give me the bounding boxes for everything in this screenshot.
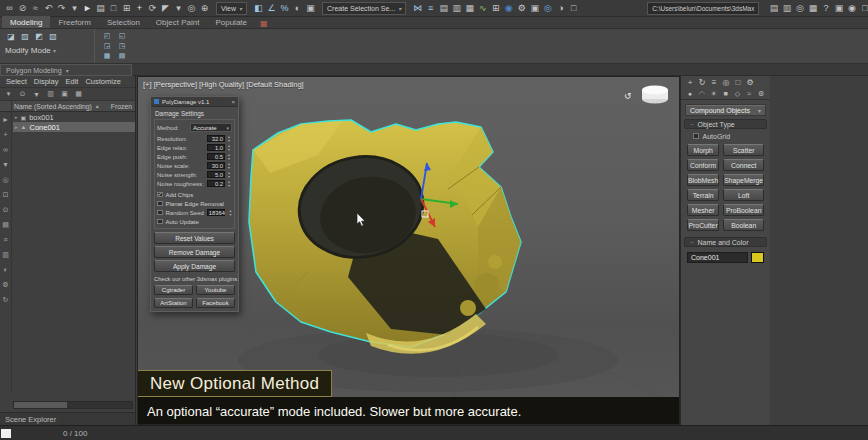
angle-snap-icon[interactable]: ∠: [265, 2, 278, 15]
random-seed-field[interactable]: 18364: [207, 209, 225, 217]
conform-button[interactable]: Conform: [687, 159, 719, 171]
tab-object-paint[interactable]: Object Paint: [148, 16, 208, 28]
spinner-snap-icon[interactable]: ◐: [291, 2, 304, 15]
align-icon[interactable]: ≡: [424, 2, 437, 15]
rectangular-selection-icon[interactable]: □: [107, 2, 120, 15]
damaged-mesh-object[interactable]: [249, 120, 521, 354]
motion-tab-icon[interactable]: ◎: [721, 77, 731, 87]
connect-button[interactable]: Connect: [723, 159, 764, 171]
list-item-cone001[interactable]: ▸ ▲ Cone001: [13, 122, 135, 132]
loft-button[interactable]: Loft: [723, 189, 764, 201]
tab-populate[interactable]: Populate: [207, 16, 255, 28]
shapemerge-button[interactable]: ShapeMerge: [723, 174, 764, 186]
checkbox[interactable]: [157, 219, 163, 225]
paint-deform-icon[interactable]: ▨: [19, 31, 31, 42]
reset-values-button[interactable]: Reset Values: [154, 232, 235, 244]
notification-icon[interactable]: ◉: [845, 2, 858, 15]
horizontal-scrollbar[interactable]: [13, 401, 133, 409]
workspace-icon[interactable]: ▤: [767, 2, 780, 15]
spinner-arrows[interactable]: ▴▾: [226, 153, 232, 160]
list-item-box001[interactable]: ▸ ▣ box001: [13, 112, 135, 122]
spinner-value-field[interactable]: 32.0: [207, 135, 225, 143]
lock-icon[interactable]: ⊡: [1, 190, 11, 199]
modify-tab-icon[interactable]: ↻: [697, 77, 707, 87]
isolate-toggle-icon[interactable]: ◎: [793, 2, 806, 15]
column-header-frozen[interactable]: Frozen: [111, 103, 135, 110]
crossing-selection-icon[interactable]: ⊞: [120, 2, 133, 15]
spacewarps-category-icon[interactable]: ≈: [744, 89, 754, 99]
selection-set-dropdown[interactable]: Create Selection Se...▾: [322, 2, 406, 15]
method-dropdown[interactable]: Accurate▾: [190, 123, 232, 132]
layer-manager-icon[interactable]: ▥: [780, 2, 793, 15]
checkbox[interactable]: [693, 133, 699, 139]
close-icon[interactable]: ×: [231, 99, 235, 105]
object-name-field[interactable]: Cone001: [687, 252, 748, 263]
redo-icon[interactable]: ↷: [55, 2, 68, 15]
list-view-icon[interactable]: ▤: [1, 220, 11, 229]
project-path-field[interactable]: C:\Users\belun\Documents\3dsMax: [647, 2, 759, 15]
object-color-swatch[interactable]: [751, 252, 764, 263]
window-controls-icon[interactable]: □: [858, 2, 868, 15]
terrain-button[interactable]: Terrain: [687, 189, 719, 201]
layer-view-icon[interactable]: ▥: [1, 250, 11, 259]
autogrid-checkbox[interactable]: AutoGrid: [681, 131, 770, 141]
scene-explorer-title[interactable]: Scene Explorer: [0, 412, 136, 425]
snap-toggle-icon[interactable]: ◧: [252, 2, 265, 15]
tab-modeling[interactable]: Modeling: [2, 16, 50, 28]
orbit-icon[interactable]: ↺: [624, 91, 632, 101]
spinner-arrows[interactable]: ▴▾: [226, 171, 232, 178]
proboolean-button[interactable]: ProBoolean: [723, 204, 764, 216]
use-pivot-center-icon[interactable]: ◎: [185, 2, 198, 15]
unlink-selection-icon[interactable]: ⊘: [16, 2, 29, 15]
name-color-rollout[interactable]: −Name and Color: [684, 237, 767, 247]
subobject-border-icon[interactable]: ◲: [101, 42, 113, 50]
subobject-polygon-icon[interactable]: ◳: [116, 42, 128, 50]
geometry-category-icon[interactable]: ●: [685, 89, 695, 99]
twisty-icon[interactable]: ▸: [15, 124, 18, 130]
procutter-button[interactable]: ProCutter: [687, 219, 719, 231]
create-tab-icon[interactable]: +: [685, 77, 695, 87]
auto-update-checkbox[interactable]: Auto Update: [157, 217, 232, 226]
polygon-modeling-bar[interactable]: Polygon Modeling▾: [0, 64, 132, 76]
pin-icon[interactable]: ⊙: [1, 205, 11, 214]
toggle-layer-explorer-icon[interactable]: ▥: [450, 2, 463, 15]
mesher-button[interactable]: Mesher: [687, 204, 719, 216]
render-iterative-icon[interactable]: ◑: [554, 2, 567, 15]
selection-tool-icon[interactable]: ▧: [47, 31, 59, 42]
morph-button[interactable]: Morph: [687, 144, 719, 156]
spinner-value-field[interactable]: 1.0: [207, 144, 225, 152]
utilities-tab-icon[interactable]: ⚙: [745, 77, 755, 87]
visibility-icon[interactable]: ◎: [1, 175, 11, 184]
material-editor-icon[interactable]: ◉: [502, 2, 515, 15]
menu-select[interactable]: Select: [6, 77, 27, 86]
display-toggle-icon[interactable]: ▦: [806, 2, 819, 15]
cameras-category-icon[interactable]: ■: [721, 89, 731, 99]
lock-explorer-icon[interactable]: ▣: [59, 89, 70, 100]
edit-poly-mode-icon[interactable]: ◪: [5, 31, 17, 42]
category-dropdown[interactable]: Compound Objects▾: [685, 104, 766, 116]
add-object-icon[interactable]: +: [1, 130, 11, 139]
viewport[interactable]: [+] [Perspective] [High Quality] [Defaul…: [137, 76, 680, 425]
modify-mode-dropdown[interactable]: Modify Mode ▾: [5, 46, 89, 55]
render-production-icon[interactable]: ◎: [541, 2, 554, 15]
hierarchy-tab-icon[interactable]: ≡: [709, 77, 719, 87]
filter-icon[interactable]: ▼: [31, 89, 42, 100]
explorer-config-icon[interactable]: ⚙: [1, 280, 11, 289]
explorer-settings-icon[interactable]: ▦: [73, 89, 84, 100]
help-icon[interactable]: ?: [819, 2, 832, 15]
viewcube[interactable]: ↺: [624, 86, 668, 104]
select-and-link-icon[interactable]: ∞: [3, 2, 16, 15]
subobject-edge-icon[interactable]: ◱: [116, 32, 128, 40]
link-icon[interactable]: ∞: [1, 145, 11, 154]
apply-damage-button[interactable]: Apply Damage: [154, 260, 235, 272]
select-and-move-icon[interactable]: +: [133, 2, 146, 15]
view-dropdown[interactable]: View▾: [216, 2, 247, 15]
mirror-icon[interactable]: ⋈: [411, 2, 424, 15]
boolean-button[interactable]: Boolean: [723, 219, 764, 231]
render-setup-icon[interactable]: ⚙: [515, 2, 528, 15]
column-header-name[interactable]: Name (Sorted Ascending)▲ Frozen: [0, 101, 135, 112]
checkbox[interactable]: [157, 201, 163, 207]
spinner-arrows[interactable]: ▴▾: [226, 162, 232, 169]
select-by-name-icon[interactable]: ▤: [94, 2, 107, 15]
bind-to-spacewarp-icon[interactable]: ≈: [29, 2, 42, 15]
